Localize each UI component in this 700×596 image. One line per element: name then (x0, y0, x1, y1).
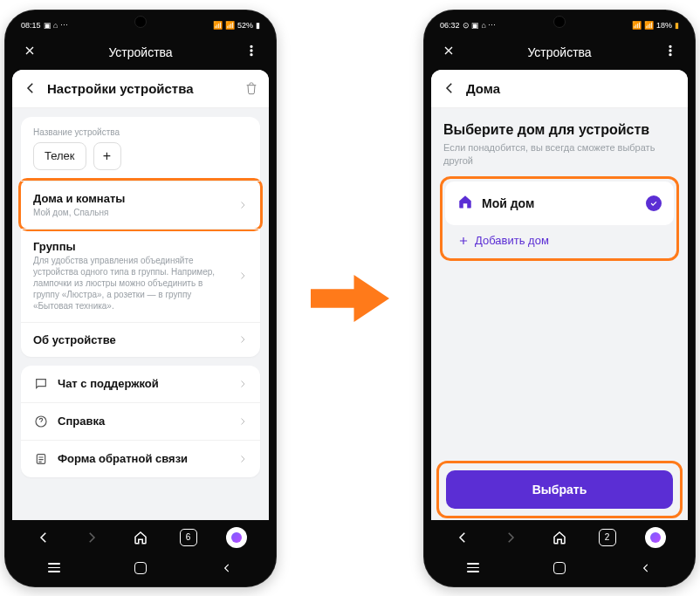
svg-point-6 (669, 50, 671, 51)
svg-point-7 (669, 53, 671, 55)
trash-icon[interactable] (244, 81, 258, 95)
nav-home[interactable] (114, 562, 167, 574)
highlight-homes-list: Мой дом Добавить дом (440, 176, 679, 261)
browser-forward-icon[interactable] (82, 528, 101, 547)
row-support-chat[interactable]: Чат с поддержкой (21, 366, 260, 402)
nav-back[interactable] (201, 562, 253, 574)
subheader: Дома (431, 70, 688, 108)
more-icon[interactable] (663, 44, 677, 61)
row-homes-rooms[interactable]: Дома и комнаты Мой дом, Спальня (21, 181, 260, 229)
add-home-button[interactable]: Добавить дом (445, 225, 674, 256)
home-icon (457, 194, 473, 213)
row-title: Группы (33, 240, 229, 253)
help-icon (33, 414, 49, 429)
page-title: Дома (466, 81, 677, 96)
browser-home-icon[interactable] (550, 528, 569, 547)
select-home-heading: Выберите дом для устройств (440, 117, 679, 141)
add-name-button[interactable]: + (93, 142, 121, 170)
screen-content: Дома Выберите дом для устройств Если пон… (431, 70, 688, 520)
row-subtitle: Для удобства управления объединяйте устр… (33, 255, 229, 312)
chat-icon (33, 376, 49, 392)
row-title: Справка (58, 414, 229, 428)
row-about-device[interactable]: Об устройстве (21, 322, 260, 357)
content-area[interactable]: Название устройства Телек + Дома и комна… (12, 108, 269, 520)
close-icon[interactable] (23, 44, 37, 61)
device-name-label: Название устройства (33, 127, 248, 137)
nav-home[interactable] (533, 562, 586, 574)
chevron-right-icon (237, 379, 248, 389)
settings-card: Название устройства Телек + Дома и комна… (21, 117, 260, 357)
chevron-right-icon (237, 200, 248, 210)
add-home-label: Добавить дом (475, 234, 549, 247)
app-topbar: Устройства (10, 35, 271, 70)
browser-back-icon[interactable] (34, 528, 53, 547)
browser-bar: 2 (429, 520, 690, 555)
select-home-subtext: Если понадобится, вы всегда сможете выбр… (440, 141, 679, 177)
status-network-icons: 📶 📶 (213, 21, 235, 30)
home-item-my-home[interactable]: Мой дом (445, 182, 674, 225)
chevron-right-icon (237, 416, 248, 427)
form-icon (33, 451, 49, 467)
page-title: Настройки устройства (47, 81, 236, 96)
close-icon[interactable] (442, 44, 456, 61)
topbar-title: Устройства (527, 45, 591, 59)
row-title: Дома и комнаты (33, 192, 229, 205)
svg-point-2 (250, 53, 252, 55)
chevron-right-icon (237, 334, 248, 345)
status-app-icons: ⊙ ▣ ⌂ ⋯ (463, 21, 497, 30)
chevron-right-icon (237, 271, 248, 281)
device-name-chip[interactable]: Телек (33, 142, 86, 170)
browser-bar: 6 (10, 520, 271, 555)
select-button[interactable]: Выбрать (446, 470, 673, 509)
content-area[interactable]: Выберите дом для устройств Если понадоби… (431, 108, 688, 456)
browser-forward-icon[interactable] (501, 528, 520, 547)
nav-recents[interactable] (447, 563, 499, 572)
battery-icon: ▮ (675, 21, 679, 30)
select-button-label: Выбрать (532, 483, 587, 497)
highlight-primary-button: Выбрать (436, 461, 683, 518)
browser-tabcount[interactable]: 6 (180, 529, 197, 546)
row-title: Форма обратной связи (58, 452, 229, 465)
alice-button[interactable] (645, 527, 666, 548)
status-app-icons: ▣ ⌂ ⋯ (44, 21, 68, 30)
status-time: 06:32 (440, 21, 460, 30)
support-card: Чат с поддержкой Справка Форма обратной … (21, 366, 260, 477)
android-navbar (10, 555, 271, 581)
chevron-right-icon (237, 454, 248, 464)
status-battery: 52% (237, 21, 253, 30)
home-item-title: Мой дом (482, 196, 637, 210)
back-icon[interactable] (23, 80, 38, 96)
browser-tabcount[interactable]: 2 (599, 529, 616, 546)
highlight-homes: Дома и комнаты Мой дом, Спальня (18, 178, 263, 231)
selected-check-icon (646, 195, 662, 211)
alice-button[interactable] (226, 527, 247, 548)
topbar-title: Устройства (108, 45, 172, 59)
arrow-icon (311, 268, 389, 329)
row-help[interactable]: Справка (21, 402, 260, 440)
camera-notch (553, 16, 566, 28)
camera-notch (134, 16, 147, 28)
browser-home-icon[interactable] (131, 528, 150, 547)
browser-back-icon[interactable] (453, 528, 472, 547)
nav-back[interactable] (620, 562, 672, 574)
status-time: 08:15 (21, 21, 41, 30)
row-subtitle: Мой дом, Спальня (33, 207, 229, 218)
back-icon[interactable] (442, 80, 457, 96)
subheader: Настройки устройства (12, 70, 269, 108)
svg-point-1 (250, 50, 252, 51)
more-icon[interactable] (244, 44, 258, 61)
phone-left: 08:15 ▣ ⌂ ⋯ 📶 📶 52% ▮ Устройства Настрой… (5, 10, 276, 586)
app-topbar: Устройства (429, 35, 690, 70)
status-network-icons: 📶 📶 (632, 21, 654, 30)
status-battery: 18% (656, 21, 672, 30)
row-feedback-form[interactable]: Форма обратной связи (21, 440, 260, 477)
row-groups[interactable]: Группы Для удобства управления объединяй… (21, 229, 260, 322)
phone-right: 06:32 ⊙ ▣ ⌂ ⋯ 📶 📶 18% ▮ Устройства Дома … (424, 10, 695, 586)
row-title: Чат с поддержкой (58, 377, 229, 390)
screen-content: Настройки устройства Название устройства… (12, 70, 269, 520)
nav-recents[interactable] (28, 563, 80, 572)
svg-point-0 (250, 45, 252, 47)
device-name-section: Название устройства Телек + (21, 117, 260, 181)
battery-icon: ▮ (256, 21, 260, 30)
svg-point-5 (669, 45, 671, 47)
